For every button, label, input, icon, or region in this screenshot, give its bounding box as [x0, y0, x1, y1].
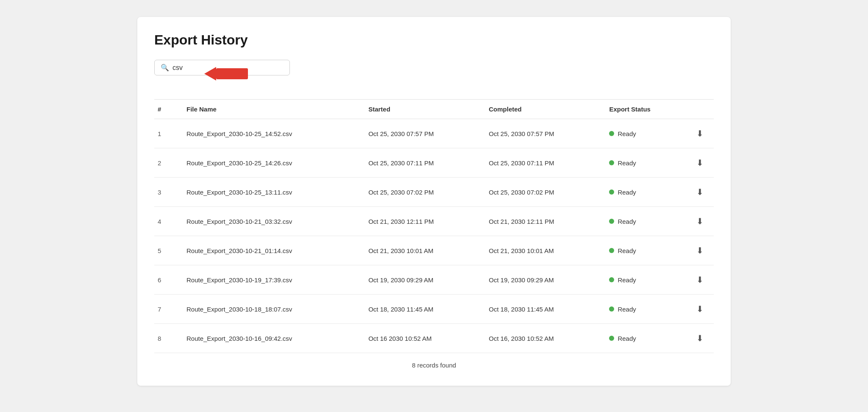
status-label: Ready [618, 306, 636, 313]
cell-num: 1 [154, 119, 180, 148]
col-header-completed: Completed [482, 100, 602, 119]
records-footer: 8 records found [154, 353, 714, 370]
cell-filename: Route_Export_2030-10-21_03:32.csv [180, 207, 362, 236]
export-table-wrapper: # File Name Started Completed Export Sta… [154, 99, 714, 370]
page-title: Export History [154, 32, 714, 48]
cell-num: 5 [154, 236, 180, 265]
download-icon: ⬇ [696, 216, 704, 226]
cell-num: 3 [154, 178, 180, 207]
cell-completed: Oct 18, 2030 11:45 AM [482, 295, 602, 324]
cell-status: Ready [602, 324, 686, 353]
download-button[interactable]: ⬇ [693, 331, 707, 345]
col-header-status: Export Status [602, 100, 686, 119]
cell-started: Oct 18, 2030 11:45 AM [362, 295, 482, 324]
status-label: Ready [618, 335, 636, 342]
download-button[interactable]: ⬇ [693, 156, 707, 170]
cell-completed: Oct 25, 2030 07:02 PM [482, 178, 602, 207]
cell-completed: Oct 16, 2030 10:52 AM [482, 324, 602, 353]
table-row: 5 Route_Export_2030-10-21_01:14.csv Oct … [154, 236, 714, 265]
col-header-actions [686, 100, 714, 119]
status-dot-icon [609, 189, 614, 195]
status-dot-icon [609, 160, 614, 165]
table-row: 7 Route_Export_2030-10-18_18:07.csv Oct … [154, 295, 714, 324]
cell-filename: Route_Export_2030-10-16_09:42.csv [180, 324, 362, 353]
cell-num: 4 [154, 207, 180, 236]
search-input[interactable] [172, 64, 284, 72]
table-row: 6 Route_Export_2030-10-19_17:39.csv Oct … [154, 265, 714, 295]
status-dot-icon [609, 131, 614, 136]
download-icon: ⬇ [696, 333, 704, 343]
export-table: # File Name Started Completed Export Sta… [154, 99, 714, 353]
cell-filename: Route_Export_2030-10-19_17:39.csv [180, 265, 362, 295]
cell-started: Oct 21, 2030 10:01 AM [362, 236, 482, 265]
table-row: 8 Route_Export_2030-10-16_09:42.csv Oct … [154, 324, 714, 353]
download-icon: ⬇ [696, 187, 704, 197]
col-header-filename: File Name [180, 100, 362, 119]
cell-download: ⬇ [686, 295, 714, 324]
download-icon: ⬇ [696, 158, 704, 168]
col-header-num: # [154, 100, 180, 119]
cell-download: ⬇ [686, 324, 714, 353]
cell-started: Oct 25, 2030 07:11 PM [362, 148, 482, 178]
status-label: Ready [618, 247, 636, 254]
status-dot-icon [609, 306, 614, 312]
table-header-row: # File Name Started Completed Export Sta… [154, 100, 714, 119]
cell-status: Ready [602, 265, 686, 295]
cell-num: 2 [154, 148, 180, 178]
col-header-started: Started [362, 100, 482, 119]
search-bar: 🔍 [154, 60, 290, 75]
status-dot-icon [609, 336, 614, 341]
status-label: Ready [618, 276, 636, 284]
download-button[interactable]: ⬇ [693, 244, 707, 257]
cell-status: Ready [602, 119, 686, 148]
cell-status: Ready [602, 295, 686, 324]
cell-download: ⬇ [686, 178, 714, 207]
cell-filename: Route_Export_2030-10-25_13:11.csv [180, 178, 362, 207]
download-icon: ⬇ [696, 245, 704, 256]
download-button[interactable]: ⬇ [693, 127, 707, 140]
download-icon: ⬇ [696, 128, 704, 139]
status-dot-icon [609, 277, 614, 282]
table-row: 1 Route_Export_2030-10-25_14:52.csv Oct … [154, 119, 714, 148]
cell-num: 7 [154, 295, 180, 324]
cell-status: Ready [602, 178, 686, 207]
status-label: Ready [618, 130, 636, 137]
cell-status: Ready [602, 148, 686, 178]
cell-status: Ready [602, 236, 686, 265]
cell-num: 6 [154, 265, 180, 295]
cell-status: Ready [602, 207, 686, 236]
main-container: Export History 🔍 # File Name Started Com… [137, 17, 731, 386]
cell-completed: Oct 21, 2030 10:01 AM [482, 236, 602, 265]
cell-started: Oct 25, 2030 07:57 PM [362, 119, 482, 148]
table-row: 2 Route_Export_2030-10-25_14:26.csv Oct … [154, 148, 714, 178]
cell-filename: Route_Export_2030-10-18_18:07.csv [180, 295, 362, 324]
cell-filename: Route_Export_2030-10-25_14:26.csv [180, 148, 362, 178]
download-button[interactable]: ⬇ [693, 302, 707, 316]
cell-download: ⬇ [686, 236, 714, 265]
download-icon: ⬇ [696, 275, 704, 285]
table-row: 4 Route_Export_2030-10-21_03:32.csv Oct … [154, 207, 714, 236]
cell-download: ⬇ [686, 119, 714, 148]
download-button[interactable]: ⬇ [693, 185, 707, 199]
cell-filename: Route_Export_2030-10-21_01:14.csv [180, 236, 362, 265]
status-dot-icon [609, 219, 614, 224]
cell-download: ⬇ [686, 265, 714, 295]
cell-completed: Oct 25, 2030 07:57 PM [482, 119, 602, 148]
status-label: Ready [618, 218, 636, 225]
cell-started: Oct 25, 2030 07:02 PM [362, 178, 482, 207]
table-row: 3 Route_Export_2030-10-25_13:11.csv Oct … [154, 178, 714, 207]
cell-filename: Route_Export_2030-10-25_14:52.csv [180, 119, 362, 148]
cell-started: Oct 21, 2030 12:11 PM [362, 207, 482, 236]
download-button[interactable]: ⬇ [693, 273, 707, 287]
status-dot-icon [609, 248, 614, 253]
cell-started: Oct 16 2030 10:52 AM [362, 324, 482, 353]
status-label: Ready [618, 189, 636, 196]
cell-download: ⬇ [686, 207, 714, 236]
cell-completed: Oct 21, 2030 12:11 PM [482, 207, 602, 236]
cell-download: ⬇ [686, 148, 714, 178]
cell-started: Oct 19, 2030 09:29 AM [362, 265, 482, 295]
cell-num: 8 [154, 324, 180, 353]
cell-completed: Oct 19, 2030 09:29 AM [482, 265, 602, 295]
download-button[interactable]: ⬇ [693, 214, 707, 228]
search-icon: 🔍 [161, 64, 169, 72]
